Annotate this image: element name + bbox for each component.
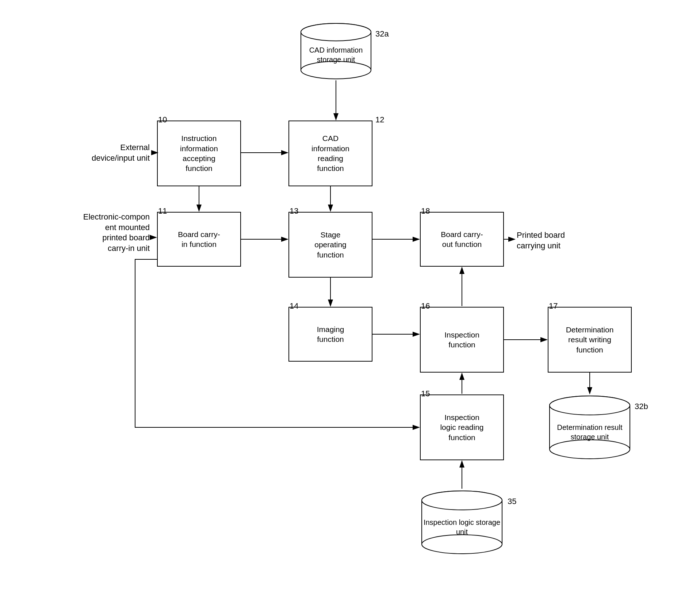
- cad-storage-ref: 32a: [375, 29, 389, 39]
- svg-point-11: [422, 491, 502, 510]
- cad-storage-cylinder: CAD information storage unit: [299, 22, 372, 80]
- imaging-label: Imaging function: [317, 324, 344, 344]
- diagram: CAD information storage unit 32a Instruc…: [0, 0, 700, 614]
- printed-board-label: Printed board carrying unit: [517, 230, 565, 251]
- determination-writing-ref: 17: [549, 301, 558, 311]
- stage-op-box: Stage operating function: [288, 212, 372, 278]
- determination-writing-label: Determination result writing function: [566, 325, 614, 355]
- inspection-logic-storage-cylinder: Inspection logic storage unit: [420, 489, 504, 555]
- board-carryin-box: Board carry- in function: [157, 212, 241, 267]
- stage-op-ref: 13: [290, 206, 298, 216]
- board-carryin-unit-label: Electronic-compon ent mounted printed bo…: [33, 212, 150, 253]
- inspection-ref: 16: [421, 301, 430, 311]
- determination-storage-ref: 32b: [635, 402, 648, 411]
- instruction-ref: 10: [158, 115, 167, 125]
- cad-reading-ref: 12: [375, 115, 384, 125]
- board-carryin-label: Board carry- in function: [178, 229, 220, 249]
- instruction-label: Instruction information accepting functi…: [180, 133, 218, 173]
- svg-point-16: [550, 440, 630, 459]
- cad-reading-box: CAD information reading function: [288, 121, 372, 186]
- inspection-logic-reading-box: Inspection logic reading function: [420, 394, 504, 460]
- board-carryout-label: Board carry- out function: [441, 229, 483, 249]
- svg-point-10: [422, 535, 502, 554]
- determination-storage-cylinder: Determination result storage unit: [548, 394, 632, 460]
- board-carryout-ref: 18: [421, 206, 430, 216]
- cad-storage-label: CAD information storage unit: [299, 45, 372, 64]
- inspection-logic-reading-label: Inspection logic reading function: [440, 412, 483, 442]
- board-carryout-box: Board carry- out function: [420, 212, 504, 267]
- stage-op-label: Stage operating function: [314, 230, 347, 260]
- determination-writing-box: Determination result writing function: [548, 307, 632, 373]
- imaging-ref: 14: [290, 301, 298, 311]
- imaging-box: Imaging function: [288, 307, 372, 362]
- svg-point-17: [550, 396, 630, 415]
- board-carryin-ref: 11: [158, 206, 167, 216]
- inspection-logic-reading-ref: 15: [421, 389, 430, 398]
- svg-point-5: [301, 23, 371, 41]
- cad-reading-label: CAD information reading function: [311, 133, 349, 173]
- instruction-box: Instruction information accepting functi…: [157, 121, 241, 186]
- inspection-box: Inspection function: [420, 307, 504, 373]
- determination-storage-label: Determination result storage unit: [548, 423, 632, 442]
- external-device-label: External device/input unit: [47, 142, 150, 163]
- inspection-label: Inspection function: [444, 330, 479, 350]
- inspection-logic-storage-label: Inspection logic storage unit: [420, 518, 504, 537]
- inspection-logic-storage-ref: 35: [508, 497, 516, 506]
